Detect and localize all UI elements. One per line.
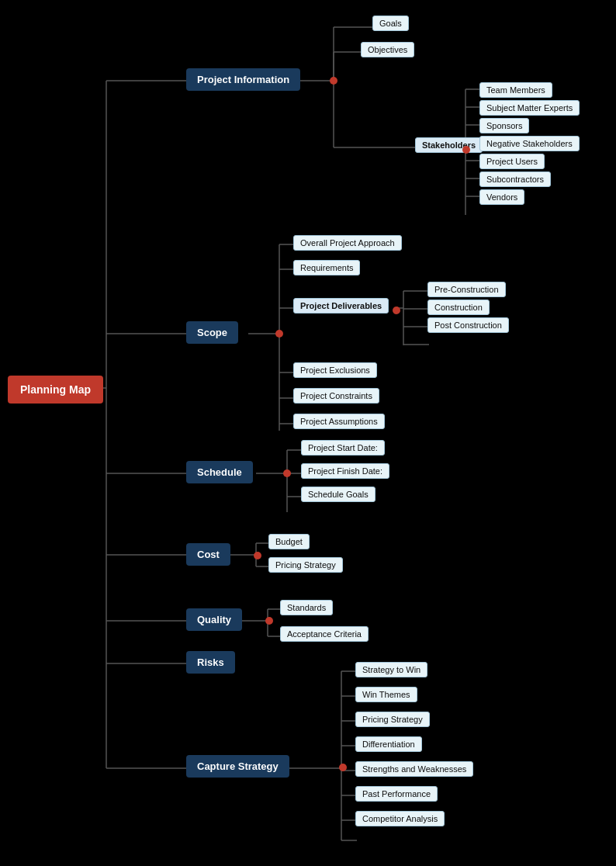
- leaf-pricing-strategy-cost: Pricing Strategy: [268, 557, 343, 573]
- leaf-differentiation: Differentiation: [355, 736, 422, 752]
- leaf-overall-approach: Overall Project Approach: [293, 235, 402, 251]
- branch-scope: Scope: [186, 321, 238, 344]
- leaf-negative-stakeholders: Negative Stakeholders: [479, 136, 580, 151]
- leaf-start-date: Project Start Date:: [301, 440, 385, 456]
- leaf-budget: Budget: [268, 534, 310, 549]
- branch-risks: Risks: [186, 651, 235, 674]
- root-node: Planning Map: [8, 376, 103, 404]
- leaf-win-themes: Win Themes: [355, 687, 417, 702]
- leaf-subcontractors: Subcontractors: [479, 171, 551, 187]
- mid-deliverables: Project Deliverables: [293, 298, 389, 313]
- leaf-goals: Goals: [372, 16, 409, 31]
- branch-schedule: Schedule: [186, 461, 253, 483]
- leaf-project-users: Project Users: [479, 154, 545, 169]
- mind-map: Planning Map Project Information Goals O…: [0, 0, 616, 866]
- leaf-sme: Subject Matter Experts: [479, 100, 580, 116]
- mid-stakeholders: Stakeholders: [415, 137, 483, 153]
- leaf-sponsors: Sponsors: [479, 118, 529, 133]
- branch-cost: Cost: [186, 543, 230, 566]
- leaf-schedule-goals: Schedule Goals: [301, 487, 375, 502]
- leaf-strategy-to-win: Strategy to Win: [355, 662, 427, 677]
- leaf-pre-construction: Pre-Construction: [427, 282, 506, 297]
- leaf-competitor-analysis: Competitor Analysis: [355, 811, 445, 826]
- leaf-project-constraints: Project Constraints: [293, 388, 379, 404]
- branch-capture-strategy: Capture Strategy: [186, 755, 289, 778]
- leaf-project-assumptions: Project Assumptions: [293, 414, 385, 429]
- leaf-objectives: Objectives: [361, 42, 414, 57]
- leaf-standards: Standards: [280, 600, 333, 615]
- leaf-post-construction: Post Construction: [427, 317, 509, 333]
- leaf-past-performance: Past Performance: [355, 786, 438, 802]
- leaf-finish-date: Project Finish Date:: [301, 463, 389, 479]
- leaf-pricing-strategy-cs: Pricing Strategy: [355, 712, 430, 727]
- branch-quality: Quality: [186, 608, 242, 631]
- leaf-vendors: Vendors: [479, 189, 524, 205]
- leaf-construction: Construction: [427, 300, 490, 315]
- branch-project-information: Project Information: [186, 68, 300, 91]
- leaf-project-exclusions: Project Exclusions: [293, 362, 377, 378]
- leaf-team-members: Team Members: [479, 82, 552, 98]
- leaf-acceptance-criteria: Acceptance Criteria: [280, 626, 369, 642]
- leaf-requirements: Requirements: [293, 260, 360, 275]
- leaf-strengths-weaknesses: Strengths and Weaknesses: [355, 761, 473, 777]
